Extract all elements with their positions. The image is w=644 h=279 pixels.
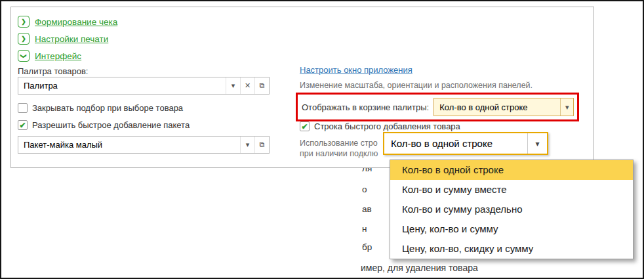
section-link-interface[interactable]: Интерфейс — [35, 51, 81, 61]
section-row-receipt-formation: ❯ Формирование чека — [18, 15, 117, 28]
checkbox-label: Закрывать подбор при выборе товара — [32, 103, 183, 113]
background-text-fragment: н — [362, 224, 367, 234]
checkbox-checked[interactable]: ✔ — [300, 121, 310, 131]
app-window-hint: Изменение масштаба, ориентации и располо… — [300, 81, 533, 90]
display-mode-combobox-focused[interactable]: Кол-во в одной строке ▾ — [383, 132, 548, 155]
dropdown-option[interactable]: Кол-во и сумму раздельно — [390, 200, 633, 219]
clear-button[interactable]: ✕ — [240, 77, 254, 94]
package-combobox[interactable]: Пакет-майка малый ▾ ⧉ — [18, 136, 270, 154]
checkbox-row-close-on-select[interactable]: Закрывать подбор при выборе товара — [18, 103, 183, 113]
section-link-receipt-formation[interactable]: Формирование чека — [35, 17, 117, 27]
background-text-fragment: о — [362, 184, 367, 194]
checkbox-label: Разрешить быстрое добавление пакета — [32, 120, 190, 130]
settings-screenshot: ля о ав н бр имер, для удаления товара ❯… — [0, 0, 644, 279]
red-highlight-box: Отображать в корзине палитры: Кол-во в о… — [296, 93, 579, 121]
basket-display-combobox[interactable]: Кол-во в одной строке ▾ — [433, 98, 574, 116]
section-row-interface: ❯ Интерфейс — [18, 49, 81, 62]
palette-combobox-value: Палитра — [18, 81, 226, 91]
palette-label: Палитра товаров: — [18, 66, 88, 76]
palette-combobox[interactable]: Палитра ▾ ✕ ⧉ — [18, 77, 270, 95]
dropdown-option[interactable]: Цену, кол-во и сумму — [390, 219, 633, 239]
usage-text-line2: при наличии подклю — [300, 149, 378, 158]
dropdown-arrow-button[interactable]: ▾ — [226, 77, 240, 94]
dropdown-arrow-button[interactable]: ▾ — [240, 137, 254, 153]
chevron-glyph: ❯ — [20, 53, 26, 58]
dropdown-arrow-button[interactable]: ▾ — [527, 133, 547, 154]
chevron-down-icon[interactable]: ❯ — [18, 50, 30, 62]
basket-display-value: Кол-во в одной строке — [434, 102, 560, 112]
background-text-fragment: ав — [362, 204, 372, 214]
checkbox-unchecked[interactable] — [18, 103, 28, 113]
dropdown-arrow-button[interactable]: ▾ — [560, 98, 573, 116]
chevron-glyph: ❯ — [21, 36, 26, 42]
display-mode-dropdown-list: Кол-во в одной строке Кол-во и сумму вме… — [390, 160, 634, 259]
dropdown-option[interactable]: Кол-во и сумму вместе — [390, 180, 633, 200]
open-button[interactable]: ⧉ — [254, 137, 269, 153]
background-text-fragment: бр — [362, 242, 372, 252]
background-text-fragment: имер, для удаления товара — [361, 263, 478, 273]
chevron-right-icon[interactable]: ❯ — [18, 33, 30, 45]
chevron-glyph: ❯ — [21, 19, 26, 25]
dropdown-option-selected[interactable]: Кол-во в одной строке — [390, 160, 633, 180]
chevron-right-icon[interactable]: ❯ — [18, 16, 30, 28]
package-combobox-value: Пакет-майка малый — [18, 140, 240, 150]
checkmark-icon: ✔ — [301, 123, 308, 131]
open-button[interactable]: ⧉ — [254, 77, 269, 94]
display-mode-combobox-value: Кол-во в одной строке — [384, 138, 527, 149]
basket-display-label: Отображать в корзине палитры: — [302, 102, 429, 112]
checkmark-icon: ✔ — [19, 121, 26, 129]
checkbox-label: Строка быстрого добавления товара — [314, 121, 460, 131]
dropdown-option[interactable]: Цену, кол-во, скидку и сумму — [390, 239, 633, 259]
usage-text-line1: Использование стро — [300, 139, 378, 148]
checkbox-row-fast-package[interactable]: ✔ Разрешить быстрое добавление пакета — [18, 120, 190, 130]
configure-app-window-link[interactable]: Настроить окно приложения — [300, 65, 413, 75]
checkbox-row-fast-add-row[interactable]: ✔ Строка быстрого добавления товара — [300, 121, 460, 131]
section-link-print-settings[interactable]: Настройки печати — [35, 34, 108, 44]
checkbox-checked[interactable]: ✔ — [18, 120, 28, 130]
section-row-print-settings: ❯ Настройки печати — [18, 32, 108, 45]
